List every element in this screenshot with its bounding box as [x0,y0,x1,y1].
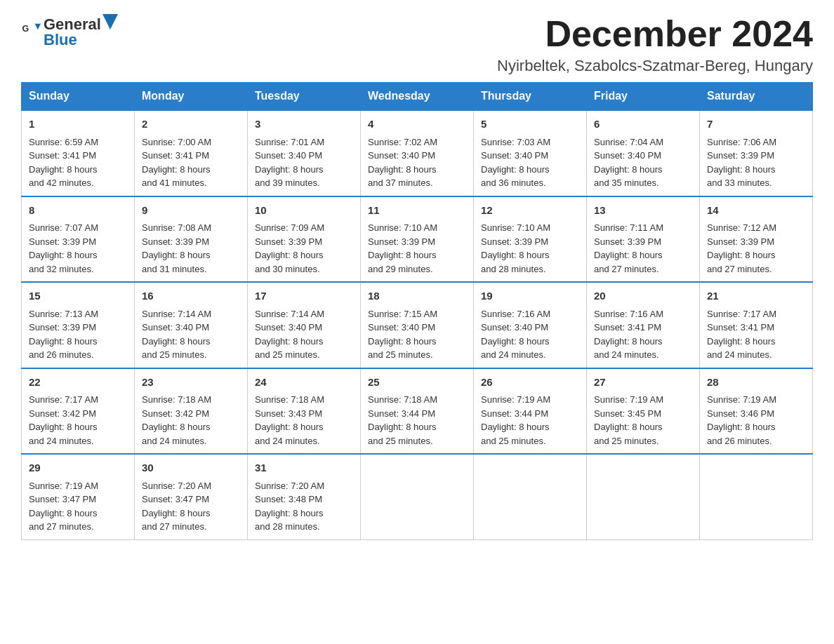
day-number: 28 [707,375,805,391]
calendar-header-row: SundayMondayTuesdayWednesdayThursdayFrid… [22,83,813,111]
day-info: Sunrise: 7:19 AMSunset: 3:44 PMDaylight:… [481,393,579,448]
calendar-cell: 6Sunrise: 7:04 AMSunset: 3:40 PMDaylight… [587,110,700,196]
day-info: Sunrise: 7:04 AMSunset: 3:40 PMDaylight:… [594,135,692,190]
day-number: 27 [594,375,692,391]
calendar-cell: 21Sunrise: 7:17 AMSunset: 3:41 PMDayligh… [700,282,813,368]
day-info: Sunrise: 7:17 AMSunset: 3:42 PMDaylight:… [29,393,127,448]
header-saturday: Saturday [700,83,813,111]
calendar-cell [587,454,700,539]
calendar-cell: 4Sunrise: 7:02 AMSunset: 3:40 PMDaylight… [361,110,474,196]
day-info: Sunrise: 7:11 AMSunset: 3:39 PMDaylight:… [594,221,692,276]
week-row-1: 1Sunrise: 6:59 AMSunset: 3:41 PMDaylight… [22,110,813,196]
day-info: Sunrise: 7:15 AMSunset: 3:40 PMDaylight:… [368,307,466,362]
day-number: 3 [255,116,353,133]
day-info: Sunrise: 7:16 AMSunset: 3:41 PMDaylight:… [594,307,692,362]
week-row-5: 29Sunrise: 7:19 AMSunset: 3:47 PMDayligh… [22,454,813,539]
day-info: Sunrise: 7:18 AMSunset: 3:42 PMDaylight:… [142,393,240,448]
calendar-cell: 17Sunrise: 7:14 AMSunset: 3:40 PMDayligh… [248,282,361,368]
day-number: 26 [481,375,579,391]
calendar-cell [361,454,474,539]
day-info: Sunrise: 7:10 AMSunset: 3:39 PMDaylight:… [368,221,466,276]
calendar-cell: 14Sunrise: 7:12 AMSunset: 3:39 PMDayligh… [700,196,813,283]
day-info: Sunrise: 7:03 AMSunset: 3:40 PMDaylight:… [481,135,579,190]
day-number: 29 [29,460,127,476]
svg-marker-1 [35,24,41,29]
day-info: Sunrise: 7:08 AMSunset: 3:39 PMDaylight:… [142,221,240,276]
calendar-cell: 12Sunrise: 7:10 AMSunset: 3:39 PMDayligh… [474,196,587,283]
calendar-cell: 3Sunrise: 7:01 AMSunset: 3:40 PMDaylight… [248,110,361,196]
day-number: 12 [481,203,579,219]
day-info: Sunrise: 7:18 AMSunset: 3:44 PMDaylight:… [368,393,466,448]
calendar-cell: 22Sunrise: 7:17 AMSunset: 3:42 PMDayligh… [22,368,135,455]
day-number: 24 [255,375,353,391]
day-number: 16 [142,288,240,304]
day-number: 31 [255,460,353,476]
day-number: 20 [594,288,692,304]
calendar-cell: 30Sunrise: 7:20 AMSunset: 3:47 PMDayligh… [135,454,248,539]
day-number: 7 [707,116,805,133]
header-friday: Friday [587,83,700,111]
title-block: December 2024 Nyirbeltek, Szabolcs-Szatm… [497,14,813,75]
header-tuesday: Tuesday [248,83,361,111]
day-number: 18 [368,288,466,304]
day-info: Sunrise: 7:20 AMSunset: 3:48 PMDaylight:… [255,479,353,534]
header-thursday: Thursday [474,83,587,111]
month-title: December 2024 [497,14,813,54]
day-number: 13 [594,203,692,219]
day-info: Sunrise: 7:12 AMSunset: 3:39 PMDaylight:… [707,221,805,276]
day-info: Sunrise: 7:13 AMSunset: 3:39 PMDaylight:… [29,307,127,362]
day-info: Sunrise: 7:06 AMSunset: 3:39 PMDaylight:… [707,135,805,190]
header-monday: Monday [135,83,248,111]
calendar-cell: 19Sunrise: 7:16 AMSunset: 3:40 PMDayligh… [474,282,587,368]
day-info: Sunrise: 7:18 AMSunset: 3:43 PMDaylight:… [255,393,353,448]
calendar-cell [700,454,813,539]
day-info: Sunrise: 7:14 AMSunset: 3:40 PMDaylight:… [255,307,353,362]
day-number: 1 [29,116,127,133]
day-number: 5 [481,116,579,133]
page-header: G General Blue December 2024 Nyirbeltek,… [21,14,813,75]
calendar-cell: 16Sunrise: 7:14 AMSunset: 3:40 PMDayligh… [135,282,248,368]
calendar-cell: 20Sunrise: 7:16 AMSunset: 3:41 PMDayligh… [587,282,700,368]
day-number: 14 [707,203,805,219]
calendar-cell: 18Sunrise: 7:15 AMSunset: 3:40 PMDayligh… [361,282,474,368]
day-info: Sunrise: 7:02 AMSunset: 3:40 PMDaylight:… [368,135,466,190]
day-number: 15 [29,288,127,304]
calendar-table: SundayMondayTuesdayWednesdayThursdayFrid… [21,82,813,540]
calendar-cell [474,454,587,539]
week-row-4: 22Sunrise: 7:17 AMSunset: 3:42 PMDayligh… [22,368,813,455]
day-info: Sunrise: 7:20 AMSunset: 3:47 PMDaylight:… [142,479,240,534]
logo-icon: G [21,22,41,41]
calendar-cell: 28Sunrise: 7:19 AMSunset: 3:46 PMDayligh… [700,368,813,455]
calendar-cell: 27Sunrise: 7:19 AMSunset: 3:45 PMDayligh… [587,368,700,455]
day-info: Sunrise: 7:19 AMSunset: 3:47 PMDaylight:… [29,479,127,534]
day-info: Sunrise: 7:17 AMSunset: 3:41 PMDaylight:… [707,307,805,362]
day-number: 10 [255,203,353,219]
calendar-cell: 26Sunrise: 7:19 AMSunset: 3:44 PMDayligh… [474,368,587,455]
week-row-2: 8Sunrise: 7:07 AMSunset: 3:39 PMDaylight… [22,196,813,283]
calendar-cell: 2Sunrise: 7:00 AMSunset: 3:41 PMDaylight… [135,110,248,196]
calendar-cell: 11Sunrise: 7:10 AMSunset: 3:39 PMDayligh… [361,196,474,283]
day-number: 11 [368,203,466,219]
calendar-cell: 8Sunrise: 7:07 AMSunset: 3:39 PMDaylight… [22,196,135,283]
header-sunday: Sunday [22,83,135,111]
calendar-cell: 31Sunrise: 7:20 AMSunset: 3:48 PMDayligh… [248,454,361,539]
day-number: 22 [29,375,127,391]
week-row-3: 15Sunrise: 7:13 AMSunset: 3:39 PMDayligh… [22,282,813,368]
day-info: Sunrise: 7:00 AMSunset: 3:41 PMDaylight:… [142,135,240,190]
calendar-cell: 10Sunrise: 7:09 AMSunset: 3:39 PMDayligh… [248,196,361,283]
day-info: Sunrise: 7:07 AMSunset: 3:39 PMDaylight:… [29,221,127,276]
day-number: 9 [142,203,240,219]
location-title: Nyirbeltek, Szabolcs-Szatmar-Bereg, Hung… [497,57,813,75]
day-number: 25 [368,375,466,391]
day-info: Sunrise: 7:09 AMSunset: 3:39 PMDaylight:… [255,221,353,276]
day-info: Sunrise: 6:59 AMSunset: 3:41 PMDaylight:… [29,135,127,190]
day-number: 2 [142,116,240,133]
calendar-cell: 24Sunrise: 7:18 AMSunset: 3:43 PMDayligh… [248,368,361,455]
svg-text:G: G [22,24,29,34]
day-info: Sunrise: 7:10 AMSunset: 3:39 PMDaylight:… [481,221,579,276]
calendar-cell: 9Sunrise: 7:08 AMSunset: 3:39 PMDaylight… [135,196,248,283]
header-wednesday: Wednesday [361,83,474,111]
day-number: 4 [368,116,466,133]
calendar-cell: 15Sunrise: 7:13 AMSunset: 3:39 PMDayligh… [22,282,135,368]
calendar-cell: 29Sunrise: 7:19 AMSunset: 3:47 PMDayligh… [22,454,135,539]
